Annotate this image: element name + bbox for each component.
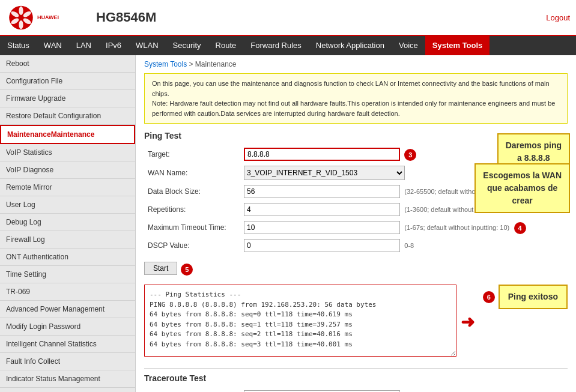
huawei-logo-icon xyxy=(6,4,36,31)
breadcrumb: System Tools > Maintenance xyxy=(144,60,568,68)
sidebar-item-voip-diagnose[interactable]: VoIP Diagnose xyxy=(0,161,135,179)
sidebar-item-open-source[interactable]: Open Source Software Notice xyxy=(0,388,135,392)
breadcrumb-separator: > xyxy=(189,60,195,68)
nav-wan[interactable]: WAN xyxy=(37,36,69,55)
nav-voice[interactable]: Voice xyxy=(392,36,425,55)
content-area: System Tools > Maintenance On this page,… xyxy=(136,55,576,392)
breadcrumb-parent[interactable]: System Tools xyxy=(144,60,187,68)
main-layout: Reboot Configuration File Firmware Upgra… xyxy=(0,55,576,392)
sidebar-item-firmware[interactable]: Firmware Upgrade xyxy=(0,90,135,107)
target-input[interactable] xyxy=(244,148,400,161)
logo-area: HUAWEI xyxy=(6,4,90,31)
dscp-row: DSCP Value: 0-8 xyxy=(144,237,568,255)
nav-system-tools[interactable]: System Tools xyxy=(425,36,490,55)
sidebar-item-debug-log[interactable]: Debug Log xyxy=(0,214,135,231)
sidebar: Reboot Configuration File Firmware Upgra… xyxy=(0,55,136,392)
badge-6: 6 xyxy=(483,291,495,303)
svg-point-1 xyxy=(19,6,23,14)
start-button[interactable]: Start xyxy=(144,262,177,275)
sidebar-item-config-file[interactable]: Configuration File xyxy=(0,73,135,90)
nav-lan[interactable]: LAN xyxy=(69,36,99,55)
logout-button[interactable]: Logout xyxy=(546,13,570,22)
traceroute-form: Target: * xyxy=(144,388,568,392)
timeout-input[interactable] xyxy=(244,221,400,234)
nav-forward-rules[interactable]: Forward Rules xyxy=(243,36,309,55)
timeout-hint: (1-67s; default without inputting: 10) xyxy=(404,224,509,231)
sidebar-item-voip-stats[interactable]: VoIP Statistics xyxy=(0,144,135,161)
brand-name: HUAWEI xyxy=(37,14,59,20)
dscp-input[interactable] xyxy=(244,239,400,252)
badge-3: 3 xyxy=(404,149,416,161)
sidebar-item-restore-default[interactable]: Restore Default Configuration xyxy=(0,107,135,125)
nav-status[interactable]: Status xyxy=(0,36,37,55)
sidebar-item-firewall-log[interactable]: Firewall Log xyxy=(0,231,135,249)
data-block-input[interactable] xyxy=(244,185,400,198)
tooltip-wan-select: Escogemos la WANque acabamos decrear xyxy=(474,163,570,213)
sidebar-item-modify-login[interactable]: Modify Login Password xyxy=(0,318,135,336)
traceroute-section: Traceroute Test Target: * xyxy=(144,368,568,392)
ping-output-container: ➜ xyxy=(144,285,456,358)
badge-5: 5 xyxy=(181,264,193,276)
data-block-label: Data Block Size: xyxy=(144,182,240,201)
wan-select[interactable]: 3_VOIP_INTERNET_R_VID_1503 xyxy=(244,166,405,180)
nav-ipv6[interactable]: IPv6 xyxy=(99,36,129,55)
sidebar-item-advanced-power[interactable]: Advanced Power Management xyxy=(0,301,135,318)
dscp-hint: 0-8 xyxy=(404,242,414,249)
ping-output-area: ➜ 6 Ping exitoso xyxy=(144,285,568,358)
sidebar-item-fault-info[interactable]: Fault Info Collect xyxy=(0,353,135,370)
tooltip-ping-text: Daremos pinga 8.8.8.8 xyxy=(506,140,562,163)
info-box: On this page, you can use the maintenanc… xyxy=(144,73,568,124)
badge-4: 4 xyxy=(514,222,526,234)
timeout-label: Maximum Timeout Time: xyxy=(144,219,240,237)
breadcrumb-current: Maintenance xyxy=(195,60,237,68)
sidebar-item-maintenance[interactable]: MaintenanceMaintenance xyxy=(0,125,135,144)
traceroute-title: Traceroute Test xyxy=(144,373,568,383)
tooltip-wan-text: Escogemos la WANque acabamos decrear xyxy=(483,170,562,205)
nav-network-application[interactable]: Network Application xyxy=(309,36,392,55)
nav-bar: Status WAN LAN IPv6 WLAN Security Route … xyxy=(0,36,576,55)
device-title: HG8546M xyxy=(96,10,546,25)
svg-point-4 xyxy=(19,20,23,29)
sidebar-item-reboot[interactable]: Reboot xyxy=(0,55,135,73)
timeout-row: Maximum Timeout Time: (1-67s; default wi… xyxy=(144,219,568,237)
repetitions-input[interactable] xyxy=(244,203,400,216)
header: HUAWEI HG8546M Logout xyxy=(0,0,576,36)
traceroute-target-label: Target: xyxy=(144,388,240,392)
ping-exitoso-text: Ping exitoso xyxy=(508,292,558,301)
nav-wlan[interactable]: WLAN xyxy=(129,36,166,55)
info-text: On this page, you can use the maintenanc… xyxy=(152,80,555,117)
sidebar-item-user-log[interactable]: User Log xyxy=(0,196,135,214)
nav-route[interactable]: Route xyxy=(208,36,244,55)
nav-security[interactable]: Security xyxy=(166,36,208,55)
ping-tooltip-area: 6 Ping exitoso xyxy=(481,285,568,309)
ping-exitoso-tooltip: Ping exitoso xyxy=(499,285,568,309)
sidebar-item-time-setting[interactable]: Time Setting xyxy=(0,266,135,283)
dscp-field-cell: 0-8 xyxy=(240,237,568,255)
traceroute-target-field: * xyxy=(240,388,568,392)
start-row: Start 5 xyxy=(144,259,568,280)
timeout-field-cell: (1-67s; default without inputting: 10) 4 xyxy=(240,219,568,237)
sidebar-item-tr069[interactable]: TR-069 xyxy=(0,283,135,301)
wan-label: WAN Name: xyxy=(144,163,240,182)
traceroute-target-row: Target: * xyxy=(144,388,568,392)
target-label: Target: xyxy=(144,145,240,163)
sidebar-item-indicator-status[interactable]: Indicator Status Management xyxy=(0,370,135,388)
dscp-label: DSCP Value: xyxy=(144,237,240,255)
repetitions-label: Repetitions: xyxy=(144,201,240,219)
arrow-right-icon: ➜ xyxy=(461,312,474,331)
sidebar-item-ont-auth[interactable]: ONT Authentication xyxy=(0,249,135,266)
ping-output[interactable] xyxy=(144,285,456,357)
sidebar-item-channel-stats[interactable]: Intelligent Channel Statistics xyxy=(0,336,135,353)
sidebar-item-remote-mirror[interactable]: Remote Mirror xyxy=(0,179,135,196)
